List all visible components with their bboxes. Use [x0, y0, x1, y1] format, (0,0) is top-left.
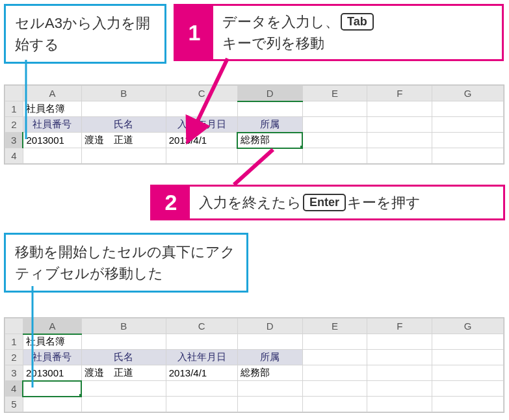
- cell-A3[interactable]: 2013001: [23, 133, 81, 148]
- cell-A3[interactable]: 2013001: [23, 365, 81, 381]
- step-2: 2 入力を終えたら Enter キーを押す: [150, 185, 505, 220]
- callout-result-text: 移動を開始したセルの真下にアクティブセルが移動した: [15, 244, 235, 282]
- col-B[interactable]: B: [81, 86, 166, 101]
- col-A[interactable]: A: [23, 319, 81, 334]
- step-1-text-a: データを入力し、: [222, 11, 339, 33]
- row-3: 3 2013001 渡邉 正道 2013/4/1 総務部: [5, 133, 504, 148]
- cell-D3-active[interactable]: 総務部: [237, 133, 302, 148]
- rowhdr-2[interactable]: 2: [5, 117, 23, 133]
- row-5: 5: [5, 397, 504, 412]
- col-B[interactable]: B: [81, 319, 166, 334]
- row-3: 3 2013001 渡邉 正道 2013/4/1 総務部: [5, 365, 504, 381]
- col-D[interactable]: D: [237, 86, 302, 101]
- cell-B3[interactable]: 渡邉 正道: [81, 133, 166, 148]
- step-2-text-b: キーを押す: [347, 192, 421, 213]
- step-2-number: 2: [152, 187, 190, 218]
- row-1: 1 社員名簿: [5, 101, 504, 117]
- rowhdr-1[interactable]: 1: [5, 101, 23, 117]
- cell-A4-active[interactable]: [23, 381, 81, 397]
- cell-A2[interactable]: 社員番号: [23, 350, 81, 365]
- cell-B1[interactable]: [81, 101, 166, 117]
- cell-B2[interactable]: 氏名: [81, 350, 166, 365]
- row-1: 1 社員名簿: [5, 334, 504, 350]
- col-E[interactable]: E: [302, 319, 367, 334]
- corner[interactable]: [5, 86, 23, 101]
- rowhdr-4[interactable]: 4: [5, 148, 23, 164]
- step-1: 1 データを入力し、 Tab キーで列を移動: [174, 4, 504, 61]
- cell-B2[interactable]: 氏名: [81, 117, 166, 133]
- cell-C3[interactable]: 2013/4/1: [166, 365, 237, 381]
- row-2: 2 社員番号 氏名 入社年月日 所属: [5, 350, 504, 365]
- cell-D2[interactable]: 所属: [237, 117, 302, 133]
- step-1-number: 1: [176, 6, 213, 59]
- step-1-text-b: キーで列を移動: [222, 33, 477, 54]
- col-C[interactable]: C: [166, 319, 237, 334]
- col-A[interactable]: A: [23, 86, 81, 101]
- rowhdr-4[interactable]: 4: [5, 381, 23, 397]
- rowhdr-2[interactable]: 2: [5, 350, 23, 365]
- row-4: 4: [5, 381, 504, 397]
- cell-A1[interactable]: 社員名簿: [23, 101, 81, 117]
- col-E[interactable]: E: [302, 86, 367, 101]
- callout-result: 移動を開始したセルの真下にアクティブセルが移動した: [4, 233, 248, 293]
- col-header-row: A B C D E F G: [5, 86, 504, 101]
- col-F[interactable]: F: [367, 319, 432, 334]
- grid-2[interactable]: A B C D E F G 1 社員名簿 2 社員番号 氏名 入社年月日 所属 …: [5, 318, 504, 412]
- spreadsheet-1: A B C D E F G 1 社員名簿 2 社員番号 氏名 入社年月日 所属 …: [4, 85, 504, 164]
- step-1-body: データを入力し、 Tab キーで列を移動: [213, 6, 486, 59]
- col-G[interactable]: G: [432, 319, 504, 334]
- cell-A2[interactable]: 社員番号: [23, 117, 81, 133]
- row-4: 4: [5, 148, 504, 164]
- callout-text: セルA3から入力を開始する: [15, 15, 150, 53]
- grid-1[interactable]: A B C D E F G 1 社員名簿 2 社員番号 氏名 入社年月日 所属 …: [5, 85, 504, 164]
- enter-key: Enter: [303, 194, 346, 211]
- rowhdr-3[interactable]: 3: [5, 133, 23, 148]
- cell-C3[interactable]: 2013/4/1: [166, 133, 237, 148]
- cell-C2[interactable]: 入社年月日: [166, 117, 237, 133]
- col-D[interactable]: D: [237, 319, 302, 334]
- col-C[interactable]: C: [166, 86, 237, 101]
- rowhdr-1[interactable]: 1: [5, 334, 23, 350]
- cell-D2[interactable]: 所属: [237, 350, 302, 365]
- callout-start-cell: セルA3から入力を開始する: [4, 4, 166, 64]
- cell-C2[interactable]: 入社年月日: [166, 350, 237, 365]
- step-2-body: 入力を終えたら Enter キーを押す: [190, 187, 430, 218]
- cell-D3[interactable]: 総務部: [237, 365, 302, 381]
- col-header-row: A B C D E F G: [5, 319, 504, 334]
- col-G[interactable]: G: [432, 86, 504, 101]
- tab-key: Tab: [341, 13, 374, 31]
- rowhdr-3[interactable]: 3: [5, 365, 23, 381]
- corner[interactable]: [5, 319, 23, 334]
- cell-A1[interactable]: 社員名簿: [23, 334, 81, 350]
- row-2: 2 社員番号 氏名 入社年月日 所属: [5, 117, 504, 133]
- spreadsheet-2: A B C D E F G 1 社員名簿 2 社員番号 氏名 入社年月日 所属 …: [4, 317, 504, 413]
- cell-B3[interactable]: 渡邉 正道: [81, 365, 166, 381]
- step-2-text-a: 入力を終えたら: [199, 192, 302, 213]
- rowhdr-5[interactable]: 5: [5, 397, 23, 412]
- col-F[interactable]: F: [367, 86, 432, 101]
